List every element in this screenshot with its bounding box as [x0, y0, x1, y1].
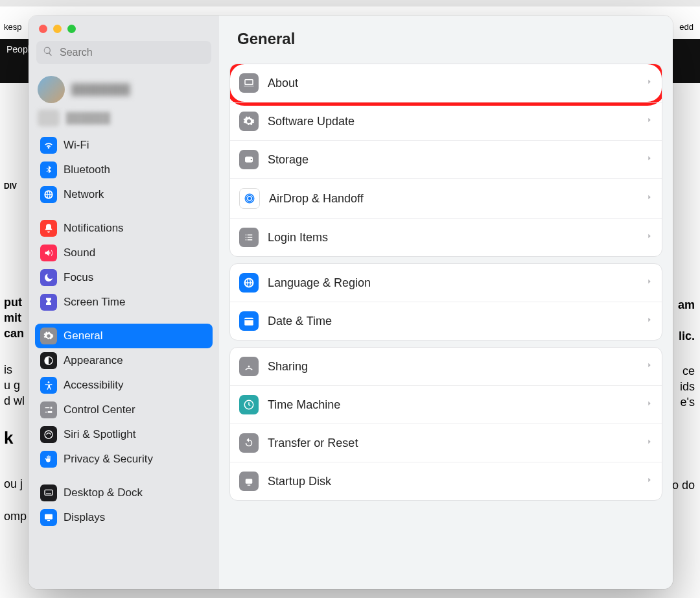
row-datetime[interactable]: Date & Time [230, 302, 662, 340]
gear-icon [40, 328, 57, 344]
reset-icon [239, 433, 259, 453]
row-timemachine[interactable]: Time Machine [230, 385, 662, 424]
sidebar-item-desktopdock[interactable]: Desktop & Dock [35, 481, 213, 505]
list-icon [239, 228, 259, 247]
sidebar-item-label: Control Center [64, 403, 135, 416]
sidebar-item-label: Screen Time [64, 296, 125, 309]
gear-icon [239, 112, 259, 131]
sidebar-item-network[interactable]: Network [35, 182, 213, 207]
row-label: Date & Time [268, 315, 332, 328]
sidebar-item-label: Accessibility [64, 379, 124, 392]
search-input[interactable] [58, 46, 205, 59]
clock-icon [239, 395, 259, 414]
startup-icon [239, 472, 259, 491]
chevron-right-icon [646, 315, 653, 327]
row-transfer[interactable]: Transfer or Reset [230, 424, 662, 462]
row-storage[interactable]: Storage [230, 140, 662, 178]
traffic-lights [29, 16, 219, 38]
row-label: Sharing [268, 360, 308, 374]
sidebar-item-sound[interactable]: Sound [35, 241, 213, 265]
sidebar-item-label: Bluetooth [64, 163, 110, 176]
apple-id-account-row[interactable]: ████████ [29, 71, 219, 108]
wifi-icon [40, 137, 57, 154]
sidebar-item-general[interactable]: General [35, 324, 213, 348]
siri-icon [40, 426, 57, 443]
sidebar-item-label: Desktop & Dock [64, 486, 143, 499]
row-label: Software Update [268, 115, 355, 128]
hand-icon [40, 451, 57, 468]
row-loginitems[interactable]: Login Items [230, 218, 662, 256]
sidebar-item-controlcenter[interactable]: Control Center [35, 398, 213, 422]
sidebar: ████████ ██████ Wi-FiBluetoothNetworkNot… [29, 16, 219, 589]
row-label: Login Items [268, 231, 328, 245]
globe-icon [239, 273, 259, 293]
hourglass-icon [40, 294, 57, 311]
sidebar-item-label: Siri & Spotlight [64, 428, 136, 441]
row-label: AirDrop & Handoff [269, 192, 364, 206]
row-language[interactable]: Language & Region [230, 264, 662, 302]
laptop-icon [239, 73, 259, 93]
avatar [38, 76, 65, 103]
chevron-right-icon [646, 437, 653, 449]
main-pane: General AboutSoftware UpdateStorageAirDr… [219, 16, 673, 589]
system-settings-window: ████████ ██████ Wi-FiBluetoothNetworkNot… [29, 16, 673, 589]
sidebar-item-screentime[interactable]: Screen Time [35, 290, 213, 315]
chevron-right-icon [646, 232, 653, 243]
settings-panels: AboutSoftware UpdateStorageAirDrop & Han… [219, 57, 673, 507]
sidebar-item-bluetooth[interactable]: Bluetooth [35, 158, 213, 182]
account-name: ████████ [71, 84, 130, 95]
panel-2: SharingTime MachineTransfer or ResetStar… [229, 347, 662, 501]
sidebar-item-label: Appearance [64, 354, 123, 367]
appearance-icon [40, 352, 57, 369]
minimize-window-button[interactable] [53, 25, 62, 33]
share-icon [239, 357, 259, 376]
row-sharing[interactable]: Sharing [230, 348, 662, 385]
chevron-right-icon [646, 361, 653, 372]
sidebar-item-siri[interactable]: Siri & Spotlight [35, 422, 213, 447]
chevron-right-icon [646, 115, 653, 127]
chevron-right-icon [646, 193, 653, 204]
sidebar-item-label: Displays [64, 511, 105, 524]
bell-icon [40, 220, 57, 237]
row-softwareupdate[interactable]: Software Update [230, 102, 662, 140]
sidebar-item-appearance[interactable]: Appearance [35, 348, 213, 373]
row-airdrop[interactable]: AirDrop & Handoff [230, 178, 662, 218]
chevron-right-icon [646, 277, 653, 289]
panel-1: Language & RegionDate & Time [229, 263, 662, 341]
sidebar-item-displays[interactable]: Displays [35, 505, 213, 530]
accessibility-icon [40, 377, 57, 394]
sidebar-item-notifications[interactable]: Notifications [35, 216, 213, 241]
globe-icon [40, 186, 57, 203]
sidebar-item-label: Notifications [64, 222, 124, 235]
sidebar-item-label: Focus [64, 271, 93, 284]
family-label: ██████ [66, 112, 110, 124]
row-about[interactable]: About [230, 64, 662, 102]
bluetooth-icon [40, 161, 57, 178]
maximize-window-button[interactable] [67, 25, 76, 33]
moon-icon [40, 269, 57, 286]
sidebar-item-focus[interactable]: Focus [35, 265, 213, 290]
family-icon [38, 110, 60, 126]
row-label: Transfer or Reset [268, 437, 358, 450]
sidebar-item-label: Privacy & Security [64, 453, 153, 466]
close-window-button[interactable] [39, 25, 47, 33]
search-field[interactable] [36, 41, 211, 64]
row-label: Language & Region [268, 276, 371, 290]
chevron-right-icon [646, 475, 653, 487]
sidebar-item-wifi[interactable]: Wi-Fi [35, 133, 213, 158]
page-title: General [219, 16, 673, 57]
sidebar-item-accessibility[interactable]: Accessibility [35, 373, 213, 398]
disk-icon [239, 150, 259, 169]
search-icon [43, 46, 53, 59]
row-startupdisk[interactable]: Startup Disk [230, 462, 662, 500]
family-row[interactable]: ██████ [29, 108, 219, 133]
sidebar-nav: Wi-FiBluetoothNetworkNotificationsSoundF… [29, 133, 219, 589]
sidebar-item-privacy[interactable]: Privacy & Security [35, 447, 213, 472]
chevron-right-icon [646, 399, 653, 411]
sidebar-item-label: Network [64, 188, 104, 201]
chevron-right-icon [646, 77, 653, 89]
sidebar-item-label: General [64, 329, 102, 342]
chevron-right-icon [646, 154, 653, 165]
airdrop-icon [239, 188, 260, 209]
row-label: Storage [268, 153, 309, 167]
